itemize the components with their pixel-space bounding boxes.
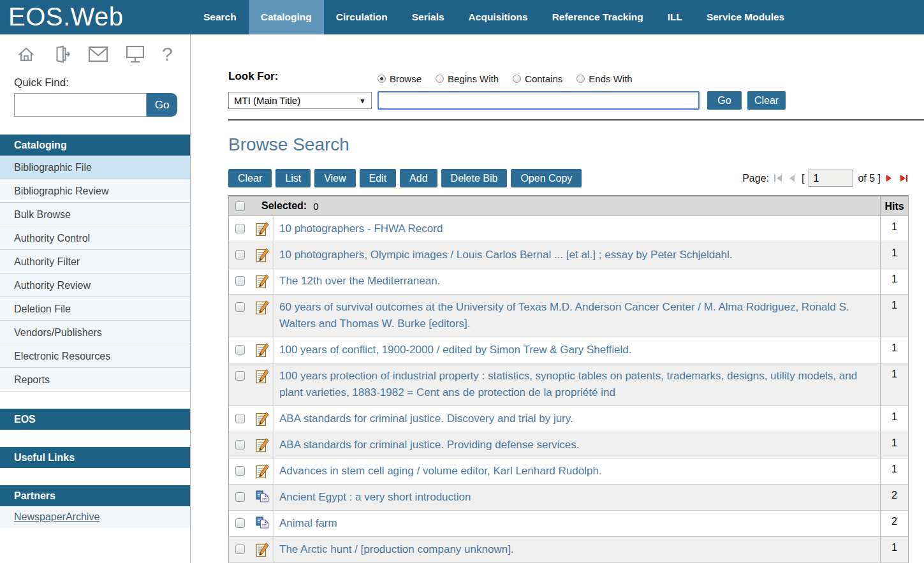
record-title-link[interactable]: 10 photographers - FHWA Record [274, 216, 880, 242]
sidebar-menu: CatalogingBibliographic FileBibliographi… [0, 135, 190, 528]
nav-item-serials[interactable]: Serials [400, 0, 457, 34]
sidebar-item-deletion-file[interactable]: Deletion File [0, 297, 190, 321]
hits-value: 1 [880, 242, 908, 268]
radio-icon[interactable] [576, 75, 585, 83]
sidebar: ? Quick Find: Go CatalogingBibliographic… [0, 34, 191, 563]
sidebar-link-newspaperarchive[interactable]: NewspaperArchive [14, 511, 99, 522]
prev-page-icon[interactable] [788, 173, 797, 183]
record-title-link[interactable]: ABA standards for criminal justice. Disc… [274, 406, 880, 432]
quick-find-go-button[interactable]: Go [147, 93, 177, 117]
copies-icon[interactable] [251, 511, 274, 536]
search-query-input[interactable] [378, 91, 700, 110]
row-checkbox[interactable] [235, 302, 245, 312]
table-row: 100 years of conflict, 1900-2000 / edite… [229, 337, 908, 363]
page-number-input[interactable] [809, 170, 853, 187]
row-checkbox[interactable] [235, 440, 245, 450]
nav-item-search[interactable]: Search [191, 0, 249, 34]
edit-note-icon[interactable] [251, 295, 274, 337]
first-page-icon[interactable] [774, 173, 783, 183]
record-title-link[interactable]: 100 years protection of industrial prope… [274, 363, 880, 406]
row-checkbox[interactable] [235, 492, 245, 502]
hits-value: 2 [880, 511, 908, 536]
last-page-icon[interactable] [899, 173, 909, 183]
edit-note-icon[interactable] [251, 216, 274, 242]
mode-radio-ends-with[interactable]: Ends With [576, 73, 632, 84]
record-title-link[interactable]: 100 years of conflict, 1900-2000 / edite… [274, 337, 880, 363]
mode-radio-label: Ends With [589, 73, 632, 84]
nav-item-reference-tracking[interactable]: Reference Tracking [540, 0, 656, 34]
mode-radio-begins-with[interactable]: Begins With [436, 73, 499, 84]
row-checkbox[interactable] [235, 250, 245, 260]
row-checkbox[interactable] [235, 276, 245, 286]
logout-icon[interactable] [52, 45, 71, 64]
record-title-link[interactable]: 60 years of survival outcomes at the Uni… [274, 295, 880, 337]
row-checkbox[interactable] [235, 224, 245, 233]
edit-note-icon[interactable] [251, 363, 274, 406]
quick-find-input[interactable] [14, 93, 147, 117]
select-all-checkbox[interactable] [235, 201, 245, 211]
radio-icon[interactable] [513, 75, 521, 83]
monitor-icon[interactable] [125, 45, 145, 64]
next-page-icon[interactable] [885, 173, 895, 183]
toolbar-list-button[interactable]: List [275, 169, 311, 187]
toolbar-edit-button[interactable]: Edit [360, 169, 397, 187]
help-icon[interactable]: ? [162, 45, 173, 64]
nav-item-acquisitions[interactable]: Acquisitions [457, 0, 540, 34]
row-checkbox[interactable] [235, 518, 245, 528]
edit-note-icon[interactable] [251, 242, 274, 268]
edit-note-icon[interactable] [251, 406, 274, 432]
mode-radio-contains[interactable]: Contains [513, 73, 562, 84]
radio-icon[interactable] [378, 75, 386, 83]
search-clear-button[interactable]: Clear [747, 91, 786, 110]
pagination: Page: [ of 5 ] [742, 170, 909, 187]
row-checkbox[interactable] [235, 466, 245, 476]
page-bracket: [ [802, 173, 804, 184]
nav-item-service-modules[interactable]: Service Modules [694, 0, 796, 34]
row-checkbox[interactable] [235, 371, 245, 381]
search-go-button[interactable]: Go [707, 91, 742, 110]
sidebar-link-row: NewspaperArchive [0, 506, 190, 528]
toolbar-clear-button[interactable]: Clear [228, 169, 272, 187]
toolbar-delete-bib-button[interactable]: Delete Bib [441, 169, 508, 187]
sidebar-spacer [0, 430, 190, 447]
record-title-link[interactable]: The 12th over the Mediterranean. [274, 268, 880, 294]
sidebar-item-bibliographic-review[interactable]: Bibliographic Review [0, 179, 190, 203]
table-row: The 12th over the Mediterranean.1 [229, 268, 908, 295]
edit-note-icon[interactable] [251, 337, 274, 363]
nav-item-circulation[interactable]: Circulation [324, 0, 400, 34]
record-title-link[interactable]: Ancient Egypt : a very short introductio… [274, 485, 880, 510]
record-title-link[interactable]: 10 photographers, Olympic images / Louis… [274, 242, 880, 268]
sidebar-item-electronic-resources[interactable]: Electronic Resources [0, 344, 190, 368]
sidebar-item-bulk-browse[interactable]: Bulk Browse [0, 203, 190, 226]
edit-note-icon[interactable] [251, 537, 274, 562]
mail-icon[interactable] [88, 46, 108, 62]
toolbar-view-button[interactable]: View [314, 169, 355, 187]
record-title-link[interactable]: The Arctic hunt / [production company un… [274, 537, 880, 562]
edit-note-icon[interactable] [251, 432, 274, 458]
nav-item-ill[interactable]: ILL [656, 0, 694, 34]
copies-icon[interactable] [251, 485, 274, 510]
sidebar-item-bibliographic-file[interactable]: Bibliographic File [0, 156, 190, 179]
sidebar-item-authority-control[interactable]: Authority Control [0, 226, 190, 250]
sidebar-item-vendors-publishers[interactable]: Vendors/Publishers [0, 321, 190, 344]
sidebar-item-authority-filter[interactable]: Authority Filter [0, 250, 190, 274]
sidebar-item-reports[interactable]: Reports [0, 368, 190, 391]
row-checkbox[interactable] [235, 414, 245, 423]
index-select[interactable]: MTI (Main Title) ▼ [228, 92, 372, 109]
sidebar-item-authority-review[interactable]: Authority Review [0, 274, 190, 297]
row-checkbox[interactable] [235, 545, 245, 554]
home-icon[interactable] [17, 45, 36, 64]
row-checkbox[interactable] [235, 345, 245, 355]
edit-note-icon[interactable] [251, 458, 274, 484]
record-title-link[interactable]: ABA standards for criminal justice. Prov… [274, 432, 880, 458]
record-title-link[interactable]: Animal farm [274, 511, 880, 536]
radio-icon[interactable] [436, 75, 444, 83]
mode-radio-browse[interactable]: Browse [378, 73, 422, 84]
edit-note-icon[interactable] [251, 268, 274, 294]
page-title: Browse Search [228, 135, 924, 155]
toolbar-add-button[interactable]: Add [400, 169, 437, 187]
sidebar-section-header-eos: EOS [0, 409, 190, 430]
record-title-link[interactable]: Advances in stem cell aging / volume edi… [274, 458, 880, 484]
toolbar-open-copy-button[interactable]: Open Copy [511, 169, 582, 187]
nav-item-cataloging[interactable]: Cataloging [249, 0, 324, 34]
